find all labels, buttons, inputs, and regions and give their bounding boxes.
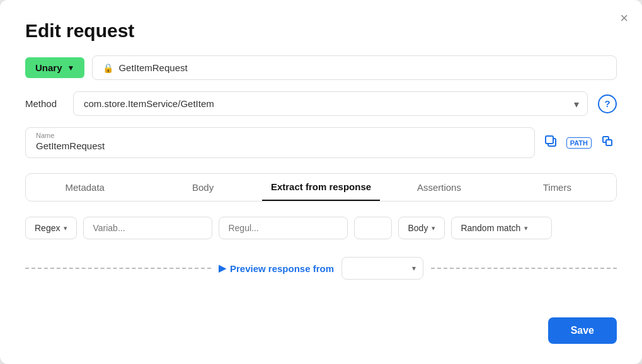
variable-input[interactable] — [83, 217, 212, 239]
svg-rect-1 — [546, 136, 553, 144]
type-selector-button[interactable]: Unary ▼ — [25, 57, 84, 78]
tabs-row: Metadata Body Extract from response Asse… — [25, 173, 617, 202]
match-label: Random match — [461, 223, 520, 233]
number-input[interactable]: 0 — [354, 217, 392, 239]
regex-type-label: Regex — [35, 223, 60, 233]
svg-rect-3 — [606, 140, 612, 145]
preview-label: Preview response from — [230, 263, 334, 274]
extract-row: Regex ▾ 0 Body ▾ Random match ▾ — [25, 217, 617, 239]
match-chevron-icon: ▾ — [524, 224, 528, 232]
copy1-icon — [544, 134, 558, 148]
name-row: Name GetItemRequest PATH — [25, 127, 617, 158]
type-selector-chevron-icon: ▼ — [67, 64, 75, 72]
copy1-button[interactable] — [541, 132, 560, 154]
name-field-value[interactable]: GetItemRequest — [36, 140, 524, 151]
tab-extract[interactable]: Extract from response — [262, 174, 380, 201]
tab-body[interactable]: Body — [144, 174, 261, 200]
regex-input[interactable] — [219, 217, 348, 239]
edit-request-modal: × Edit request Unary ▼ 🔒 GetItemRequest … — [0, 0, 642, 364]
modal-title: Edit request — [25, 20, 617, 42]
copy2-icon — [600, 134, 614, 148]
source-select[interactable]: Body ▾ — [398, 217, 445, 239]
close-button[interactable]: × — [620, 11, 628, 25]
lock-icon: 🔒 — [103, 63, 113, 73]
tab-assertions[interactable]: Assertions — [380, 174, 498, 200]
request-name-box: 🔒 GetItemRequest — [92, 55, 617, 80]
copy2-button[interactable] — [598, 132, 617, 154]
match-select[interactable]: Random match ▾ — [451, 217, 552, 239]
preview-triangle-icon: ▶ — [219, 263, 226, 274]
type-selector-label: Unary — [35, 62, 62, 73]
regex-type-select[interactable]: Regex ▾ — [25, 217, 77, 239]
method-label: Method — [25, 98, 63, 109]
regex-type-chevron-icon: ▾ — [64, 224, 67, 232]
method-select-wrapper: com.store.ItemService/GetItem ▾ — [73, 91, 588, 116]
preview-source-wrapper: ▾ — [341, 257, 423, 280]
name-field-label: Name — [36, 132, 524, 139]
name-field-wrapper: Name GetItemRequest — [25, 127, 535, 158]
tab-timers[interactable]: Timers — [498, 174, 616, 200]
path-button[interactable]: PATH — [566, 137, 592, 149]
source-label: Body — [408, 223, 428, 233]
help-icon[interactable]: ? — [598, 94, 617, 113]
request-name-display: GetItemRequest — [118, 62, 187, 73]
path-label: PATH — [570, 139, 588, 147]
source-chevron-icon: ▾ — [432, 224, 435, 232]
dashed-line-left — [25, 268, 211, 269]
tab-metadata[interactable]: Metadata — [26, 174, 144, 200]
method-row: Method com.store.ItemService/GetItem ▾ ? — [25, 91, 617, 116]
preview-source-select[interactable] — [341, 257, 423, 280]
preview-row: ▶ Preview response from ▾ — [25, 257, 617, 280]
method-select[interactable]: com.store.ItemService/GetItem — [73, 91, 588, 116]
preview-button[interactable]: ▶ Preview response from — [219, 263, 334, 274]
dashed-line-right — [431, 268, 617, 269]
top-row: Unary ▼ 🔒 GetItemRequest — [25, 55, 617, 80]
footer-row: Save — [548, 317, 617, 344]
save-button[interactable]: Save — [548, 317, 617, 344]
